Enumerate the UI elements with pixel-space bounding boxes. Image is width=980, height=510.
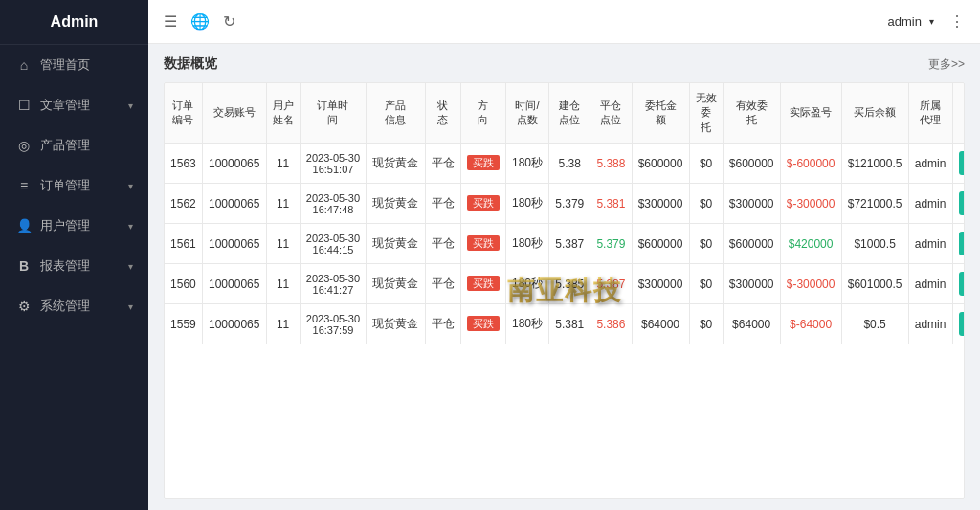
cell-valid: $300000 xyxy=(723,264,780,304)
sidebar-title: Admin xyxy=(0,0,148,45)
admin-name[interactable]: admin xyxy=(888,14,922,29)
sidebar-item-articles[interactable]: ☐ 文章管理 ▾ xyxy=(0,85,148,125)
col-balance: 买后余额 xyxy=(841,83,908,144)
cell-action[interactable]: 点击查看 xyxy=(952,144,965,184)
col-order-time: 订单时间 xyxy=(300,83,367,144)
cell-commission: $600000 xyxy=(632,224,689,264)
cell-order-id: 1562 xyxy=(165,184,202,224)
cell-open-price: 5.379 xyxy=(549,184,590,224)
content-wrapper: 南亚科技 订单编号 交易账号 用户姓名 订单时间 产品信息 状态 方向 时间/点 xyxy=(164,82,965,499)
cell-account: 10000065 xyxy=(202,184,266,224)
sidebar-item-products[interactable]: ◎ 产品管理 xyxy=(0,125,148,166)
sidebar-label-system: 系统管理 xyxy=(40,298,128,315)
direction-tag: 买跌 xyxy=(467,276,500,291)
section-header: 数据概览 更多>> xyxy=(164,55,965,73)
cell-order-time: 2023-05-3016:47:48 xyxy=(300,184,367,224)
table-header-row: 订单编号 交易账号 用户姓名 订单时间 产品信息 状态 方向 时间/点数 建仓点… xyxy=(165,83,965,144)
col-direction: 方向 xyxy=(460,83,505,144)
cell-order-id: 1561 xyxy=(165,224,202,264)
cell-status: 平仓 xyxy=(425,184,460,224)
col-action: 操作 xyxy=(952,83,965,144)
col-invalid: 无效委托 xyxy=(689,83,723,144)
arrow-icon-users: ▾ xyxy=(128,221,133,232)
cell-order-time: 2023-05-3016:41:27 xyxy=(300,264,367,304)
table-row: 1560 10000065 11 2023-05-3016:41:27 现货黄金… xyxy=(165,264,965,304)
cell-action[interactable]: 点击查看 xyxy=(952,184,965,224)
sidebar-item-reports[interactable]: B 报表管理 ▾ xyxy=(0,246,148,286)
home-icon: ⌂ xyxy=(15,57,33,73)
cell-status: 平仓 xyxy=(425,144,460,184)
globe-icon[interactable]: 🌐 xyxy=(190,12,210,31)
view-button[interactable]: 点击查看 xyxy=(959,312,965,336)
col-commission: 委托金额 xyxy=(632,83,689,144)
content-area: 数据概览 更多>> 南亚科技 订单编号 交易账号 用户姓名 订单时间 产品信息 xyxy=(148,44,980,510)
sidebar: Admin ⌂ 管理首页 ☐ 文章管理 ▾ ◎ 产品管理 ≡ 订单管理 ▾ 👤 … xyxy=(0,0,148,510)
col-agent: 所属代理 xyxy=(908,83,952,144)
view-button[interactable]: 点击查看 xyxy=(959,151,965,175)
cell-direction: 买跌 xyxy=(460,264,505,304)
cell-commission: $64000 xyxy=(632,304,689,344)
cell-time-points: 180秒 xyxy=(505,224,548,264)
sidebar-label-products: 产品管理 xyxy=(40,137,133,154)
system-icon: ⚙ xyxy=(15,299,33,314)
cell-order-time: 2023-05-3016:37:59 xyxy=(300,304,367,344)
order-icon: ≡ xyxy=(15,178,33,193)
arrow-icon-system: ▾ xyxy=(128,301,133,312)
cell-open-price: 5.381 xyxy=(549,304,590,344)
cell-balance: $721000.5 xyxy=(841,184,908,224)
sidebar-item-system[interactable]: ⚙ 系统管理 ▾ xyxy=(0,286,148,326)
sidebar-label-dashboard: 管理首页 xyxy=(40,56,133,74)
article-icon: ☐ xyxy=(15,98,33,113)
cell-close-price: 5.386 xyxy=(590,304,632,344)
cell-valid: $300000 xyxy=(723,184,780,224)
cell-invalid: $0 xyxy=(689,184,723,224)
cell-account: 10000065 xyxy=(202,224,266,264)
cell-direction: 买跌 xyxy=(460,144,505,184)
table-row: 1561 10000065 11 2023-05-3016:44:15 现货黄金… xyxy=(165,224,965,264)
col-time-points: 时间/点数 xyxy=(505,83,548,144)
admin-dropdown-icon[interactable]: ▾ xyxy=(929,16,934,27)
cell-time-points: 180秒 xyxy=(505,304,548,344)
cell-valid: $600000 xyxy=(723,144,780,184)
cell-close-price: 5.379 xyxy=(590,224,632,264)
data-table: 订单编号 交易账号 用户姓名 订单时间 产品信息 状态 方向 时间/点数 建仓点… xyxy=(165,83,965,344)
cell-agent: admin xyxy=(908,144,952,184)
cell-account: 10000065 xyxy=(202,304,266,344)
cell-direction: 买跌 xyxy=(460,184,505,224)
cell-open-price: 5.38 xyxy=(549,144,590,184)
report-icon: B xyxy=(15,258,33,274)
cell-time-points: 180秒 xyxy=(505,184,548,224)
cell-product: 现货黄金 xyxy=(367,304,425,344)
sidebar-item-orders[interactable]: ≡ 订单管理 ▾ xyxy=(0,166,148,206)
cell-balance: $121000.5 xyxy=(841,144,908,184)
more-link[interactable]: 更多>> xyxy=(928,56,965,73)
cell-order-id: 1559 xyxy=(165,304,202,344)
view-button[interactable]: 点击查看 xyxy=(959,232,965,255)
header-more-icon[interactable]: ⋮ xyxy=(949,12,965,31)
view-button[interactable]: 点击查看 xyxy=(959,272,965,296)
cell-product: 现货黄金 xyxy=(367,264,425,304)
cell-username: 11 xyxy=(266,304,300,344)
cell-pnl: $420000 xyxy=(780,224,841,264)
cell-commission: $600000 xyxy=(632,144,689,184)
menu-icon[interactable]: ☰ xyxy=(164,12,177,31)
sidebar-item-dashboard[interactable]: ⌂ 管理首页 xyxy=(0,45,148,85)
view-button[interactable]: 点击查看 xyxy=(959,191,965,215)
col-username: 用户姓名 xyxy=(266,83,300,144)
data-table-container[interactable]: 订单编号 交易账号 用户姓名 订单时间 产品信息 状态 方向 时间/点数 建仓点… xyxy=(164,82,965,499)
cell-action[interactable]: 点击查看 xyxy=(952,224,965,264)
cell-action[interactable]: 点击查看 xyxy=(952,304,965,344)
sidebar-label-reports: 报表管理 xyxy=(40,257,128,275)
cell-open-price: 5.387 xyxy=(549,224,590,264)
col-valid: 有效委托 xyxy=(723,83,780,144)
cell-account: 10000065 xyxy=(202,264,266,304)
cell-agent: admin xyxy=(908,304,952,344)
cell-username: 11 xyxy=(266,184,300,224)
sidebar-item-users[interactable]: 👤 用户管理 ▾ xyxy=(0,206,148,246)
cell-action[interactable]: 点击查看 xyxy=(952,264,965,304)
col-pnl: 实际盈号 xyxy=(780,83,841,144)
sidebar-label-orders: 订单管理 xyxy=(40,177,128,194)
col-close-price: 平仓点位 xyxy=(590,83,632,144)
refresh-icon[interactable]: ↻ xyxy=(223,12,235,31)
cell-balance: $0.5 xyxy=(841,304,908,344)
